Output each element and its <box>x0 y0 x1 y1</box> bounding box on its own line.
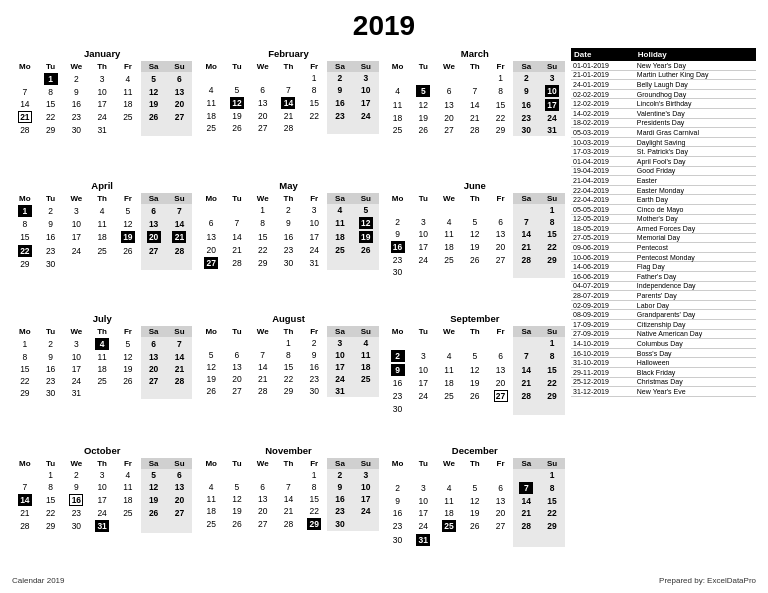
calendar-day: 24 <box>353 505 379 517</box>
calendar-day <box>539 403 565 415</box>
calendar-day: 10 <box>410 228 436 240</box>
calendar-day: 27 <box>250 122 276 134</box>
header-Fr: Fr <box>301 193 327 204</box>
calendar-day <box>488 533 514 547</box>
calendar-day: 10 <box>89 481 115 493</box>
calendar-day: 11 <box>353 349 379 361</box>
calendar-day: 8 <box>250 216 276 230</box>
calendar-day: 7 <box>12 86 38 98</box>
holiday-row: 05-05-2019Cinco de Mayo <box>571 204 756 214</box>
calendar-day: 2 <box>38 337 64 351</box>
header-Sa: Sa <box>327 61 353 72</box>
cal-table-10: MoTuWeThFrSaSu12345678910111213141516171… <box>198 458 378 531</box>
calendar-day <box>276 72 302 84</box>
holiday-date: 16-10-2019 <box>571 348 635 358</box>
calendar-day: 5 <box>115 204 141 218</box>
calendar-day: 16 <box>64 493 90 507</box>
calendar-day: 13 <box>224 361 250 373</box>
calendar-day: 9 <box>64 86 90 98</box>
holiday-name: Mother's Day <box>635 214 756 224</box>
month-0: JanuaryMoTuWeThFrSaSu1234567891011121314… <box>12 48 192 176</box>
header-Th: Th <box>276 458 302 469</box>
calendar-day: 3 <box>64 204 90 218</box>
header-We: We <box>250 61 276 72</box>
month-title-1: February <box>198 48 378 59</box>
calendar-day: 30 <box>385 403 411 415</box>
calendar-day: 6 <box>141 204 167 218</box>
calendar-day: 11 <box>89 351 115 363</box>
calendar-day: 17 <box>410 507 436 519</box>
calendar-day: 11 <box>436 228 462 240</box>
calendar-day: 23 <box>301 373 327 385</box>
holiday-date: 25-12-2019 <box>571 377 635 387</box>
calendar-day: 21 <box>167 230 193 244</box>
holiday-name: Good Friday <box>635 166 756 176</box>
calendar-day: 31 <box>301 256 327 270</box>
calendar-day <box>539 533 565 547</box>
calendar-day: 17 <box>539 98 565 112</box>
holiday-date: 24-01-2019 <box>571 80 635 90</box>
holiday-name: New Year's Eve <box>635 387 756 397</box>
calendar-day: 5 <box>224 84 250 96</box>
calendar-day: 25 <box>89 244 115 258</box>
cal-table-2: MoTuWeThFrSaSu12345678910111213141516171… <box>385 61 565 136</box>
calendar-day: 12 <box>410 98 436 112</box>
calendar-day: 10 <box>64 351 90 363</box>
calendar-day: 3 <box>89 469 115 481</box>
calendar-day <box>513 469 539 481</box>
calendar-day: 7 <box>513 216 539 228</box>
calendar-day: 7 <box>12 481 38 493</box>
calendar-day: 16 <box>38 230 64 244</box>
holiday-name: Presidents Day <box>635 118 756 128</box>
header-Tu: Tu <box>410 326 436 337</box>
holiday-date: 12-02-2019 <box>571 99 635 109</box>
holiday-date: 29-11-2019 <box>571 368 635 378</box>
date-header: Date <box>571 48 635 61</box>
holiday-row: 27-05-2019Memorial Day <box>571 233 756 243</box>
calendar-day: 14 <box>250 361 276 373</box>
holiday-row: 17-03-2019St. Patrick's Day <box>571 147 756 157</box>
calendar-day: 10 <box>410 363 436 377</box>
calendar-day <box>167 258 193 270</box>
calendar-day: 28 <box>462 124 488 136</box>
calendar-day: 8 <box>38 481 64 493</box>
calendar-day: 19 <box>462 240 488 254</box>
calendar-day <box>436 204 462 216</box>
calendar-day <box>436 337 462 349</box>
calendar-day: 5 <box>462 481 488 495</box>
calendar-day: 13 <box>167 86 193 98</box>
calendar-day: 18 <box>89 230 115 244</box>
holiday-date: 02-09-2019 <box>571 300 635 310</box>
calendar-day: 12 <box>224 96 250 110</box>
holiday-name: Flag Day <box>635 262 756 272</box>
calendar-day: 15 <box>38 493 64 507</box>
calendar-day: 24 <box>353 110 379 122</box>
month-title-4: May <box>198 180 378 191</box>
holiday-date: 21-04-2019 <box>571 176 635 186</box>
calendar-day <box>198 337 224 349</box>
calendar-day <box>198 204 224 216</box>
header-We: We <box>64 61 90 72</box>
calendar-day <box>141 258 167 270</box>
calendar-day: 28 <box>513 389 539 403</box>
header-We: We <box>250 193 276 204</box>
calendar-day: 21 <box>276 505 302 517</box>
calendar-day: 19 <box>462 507 488 519</box>
month-4: MayMoTuWeThFrSaSu12345678910111213141516… <box>198 180 378 308</box>
calendar-day: 14 <box>12 493 38 507</box>
header-Sa: Sa <box>327 458 353 469</box>
calendar-day: 27 <box>488 254 514 266</box>
calendar-day: 25 <box>327 244 353 256</box>
calendar-day <box>89 258 115 270</box>
calendar-day: 24 <box>301 244 327 256</box>
header-Su: Su <box>539 458 565 469</box>
calendar-day <box>462 72 488 84</box>
header-Tu: Tu <box>38 61 64 72</box>
holiday-date: 10-03-2019 <box>571 137 635 147</box>
calendar-day <box>410 72 436 84</box>
calendar-day: 25 <box>436 519 462 533</box>
calendar-day: 9 <box>301 349 327 361</box>
calendar-day: 16 <box>301 361 327 373</box>
calendar-day: 9 <box>513 84 539 98</box>
header-Su: Su <box>539 193 565 204</box>
